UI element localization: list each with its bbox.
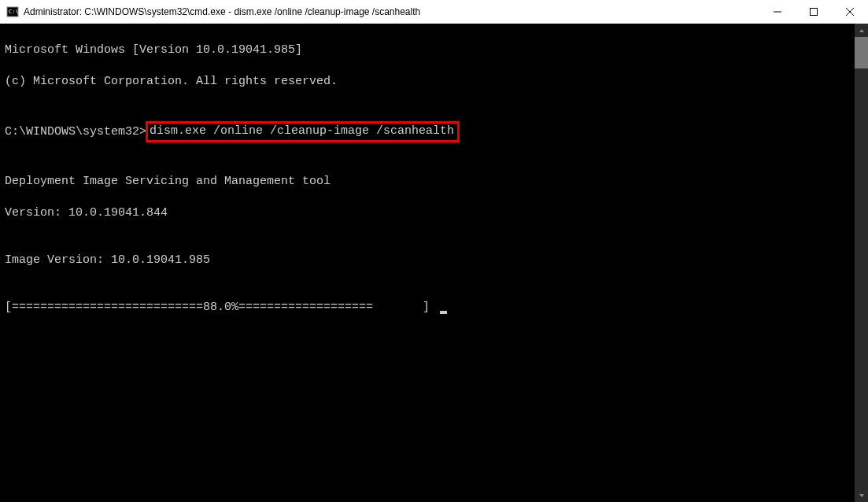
close-button[interactable] — [832, 0, 868, 24]
output-line: Version: 10.0.19041.844 — [5, 205, 863, 221]
scroll-thumb[interactable] — [855, 37, 868, 68]
svg-marker-6 — [859, 29, 864, 32]
svg-text:C:\: C:\ — [9, 9, 19, 15]
minimize-button[interactable] — [759, 0, 796, 24]
output-line: (c) Microsoft Corporation. All rights re… — [5, 74, 863, 90]
svg-marker-7 — [859, 494, 864, 497]
progress-line: [===========================88.0%=======… — [5, 300, 863, 316]
scroll-down-icon[interactable] — [855, 489, 868, 502]
window-controls — [759, 0, 868, 24]
cursor-icon — [440, 311, 447, 314]
terminal-output[interactable]: Microsoft Windows [Version 10.0.19041.98… — [0, 24, 868, 502]
prompt-path: C:\WINDOWS\system32> — [5, 124, 146, 140]
command-text: dism.exe /online /cleanup-image /scanhea… — [150, 124, 454, 138]
output-line: Image Version: 10.0.19041.985 — [5, 253, 863, 268]
scroll-up-icon[interactable] — [855, 24, 868, 37]
output-line: Microsoft Windows [Version 10.0.19041.98… — [5, 42, 863, 58]
window-title: Administrator: C:\WINDOWS\system32\cmd.e… — [24, 6, 759, 17]
output-line: Deployment Image Servicing and Managemen… — [5, 174, 863, 190]
maximize-button[interactable] — [796, 0, 832, 24]
progress-bar-text: [===========================88.0%=======… — [5, 300, 437, 316]
command-highlight: dism.exe /online /cleanup-image /scanhea… — [146, 121, 460, 142]
vertical-scrollbar[interactable] — [855, 24, 868, 502]
svg-rect-3 — [811, 9, 818, 16]
window-titlebar: C:\ Administrator: C:\WINDOWS\system32\c… — [0, 0, 868, 24]
prompt-line: C:\WINDOWS\system32>dism.exe /online /cl… — [5, 121, 863, 142]
cmd-icon: C:\ — [6, 6, 19, 18]
